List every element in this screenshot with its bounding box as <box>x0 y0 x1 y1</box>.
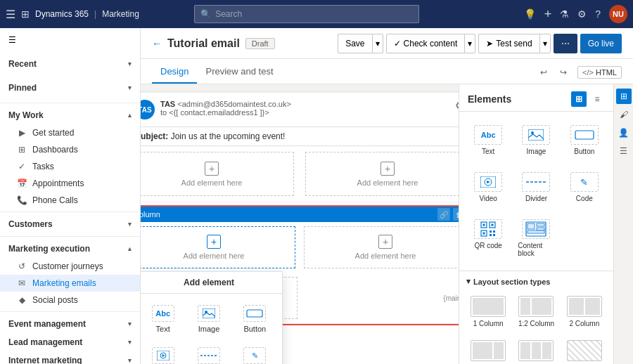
test-send-group: ➤ Test send ▾ <box>478 34 550 53</box>
waffle-icon[interactable]: ⊞ <box>21 8 30 20</box>
chevron-up-icon: ▴ <box>128 112 132 119</box>
filter-icon[interactable]: ⚗ <box>560 8 569 20</box>
lead-management-header[interactable]: Lead management ▾ <box>0 333 140 351</box>
subject-line: Subject: Join us at the upcoming event! <box>141 127 459 146</box>
delete-icon[interactable]: 🗑 <box>453 208 459 221</box>
pinned-header[interactable]: Pinned ▾ <box>0 79 140 97</box>
layout-3-column[interactable]: 3 Column <box>514 336 558 364</box>
layout-1-2-column[interactable]: 1:2 Column <box>514 292 558 332</box>
search-icon: 🔍 <box>200 9 211 19</box>
list-view-icon[interactable]: ≡ <box>589 91 605 107</box>
elements-panel-icon[interactable]: ⊞ <box>616 89 632 104</box>
save-button[interactable]: Save <box>338 34 371 53</box>
layout-grid: 1 Column 1:2 Column <box>466 292 606 364</box>
element-code[interactable]: ✎ Code <box>563 166 606 209</box>
layout-preview-2col <box>567 296 602 317</box>
element-content-block[interactable]: Content block <box>514 213 558 264</box>
save-chevron[interactable]: ▾ <box>372 34 383 53</box>
sidebar-item-get-started[interactable]: ▶ Get started <box>0 124 140 141</box>
settings-strip-icon[interactable]: ☰ <box>616 143 632 159</box>
html-button[interactable]: </> HTML <box>577 66 622 79</box>
style-icon[interactable]: 🖌 <box>616 107 632 122</box>
chevron-down-icon: ▾ <box>128 339 132 346</box>
internet-marketing-header[interactable]: Internet marketing ▾ <box>0 351 140 364</box>
layout-1-column[interactable]: 1 Column <box>466 292 510 332</box>
layout-2-1-column[interactable]: 2:1 Column <box>466 336 510 364</box>
test-send-chevron[interactable]: ▾ <box>539 34 551 53</box>
send-icon: ➤ <box>486 39 493 48</box>
column-header-actions: 🔗 🗑 <box>437 208 459 221</box>
recent-section: Recent ▾ <box>0 52 140 76</box>
popup-item-divider[interactable]: Divider <box>187 342 230 364</box>
button-icon <box>570 125 599 145</box>
check-content-chevron[interactable]: ▾ <box>464 34 475 53</box>
tab-design[interactable]: Design <box>152 60 197 84</box>
sidebar-item-tasks[interactable]: ✓ Tasks <box>0 158 140 175</box>
more-options-button[interactable]: ⋯ <box>554 34 577 53</box>
event-management-header[interactable]: Event management ▾ <box>0 315 140 333</box>
element-image[interactable]: Image <box>514 119 558 162</box>
popup-item-image[interactable]: Image <box>187 299 230 339</box>
check-content-button[interactable]: ✓ Check content <box>386 34 465 53</box>
my-work-header[interactable]: My Work ▴ <box>0 106 140 124</box>
chevron-down-icon: ▾ <box>128 357 132 364</box>
sidebar-item-dashboards[interactable]: ⊞ Dashboards <box>0 141 140 158</box>
marketing-execution-header[interactable]: Marketing execution ▴ <box>0 240 140 258</box>
tab-preview[interactable]: Preview and test <box>197 60 281 84</box>
check-icon: ✓ <box>17 162 27 171</box>
layout-section-title: ▾ Layout section types <box>466 277 606 286</box>
design-tabs: Design Preview and test ↩ ↪ </> HTML <box>141 59 633 84</box>
canvas-area: TAS TAS <admin@d365domaintest.co.uk> to … <box>141 84 459 364</box>
personalization-icon[interactable]: 👤 <box>616 125 632 141</box>
recent-header[interactable]: Recent ▾ <box>0 55 140 73</box>
app-name: Dynamics 365 <box>35 9 89 19</box>
redo-button[interactable]: ↪ <box>555 64 572 81</box>
search-bar[interactable]: 🔍 Search <box>194 5 419 23</box>
popup-item-button[interactable]: Button <box>234 299 276 339</box>
plus-icon[interactable]: + <box>544 7 552 22</box>
popup-item-text[interactable]: Abc Text <box>141 299 184 339</box>
layout-preview-custom <box>567 340 602 361</box>
element-video[interactable]: Video <box>466 166 510 209</box>
element-qr[interactable]: QR code <box>466 213 510 264</box>
hamburger-icon[interactable]: ☰ <box>6 8 15 21</box>
sidebar-item-appointments[interactable]: 📅 Appointments <box>0 175 140 192</box>
calendar-icon: 📅 <box>17 178 27 188</box>
chevron-down-icon: ▾ <box>128 221 132 228</box>
popup-item-code[interactable]: ✎ Code <box>234 342 276 364</box>
add-element-cell-col-left[interactable]: + Add element here <box>141 226 295 268</box>
sidebar-item-phone-calls[interactable]: 📞 Phone Calls <box>0 192 140 209</box>
test-send-button[interactable]: ➤ Test send <box>478 34 539 53</box>
customers-header[interactable]: Customers ▾ <box>0 215 140 233</box>
layout-2-column[interactable]: 2 Column <box>563 292 606 332</box>
sidebar-item-social-posts[interactable]: ◆ Social posts <box>0 292 140 308</box>
layout-preview-3col <box>518 340 554 361</box>
layout-custom[interactable]: Custom <box>563 336 606 364</box>
svg-rect-24 <box>575 131 594 139</box>
element-divider[interactable]: Divider <box>514 166 558 209</box>
popup-item-video[interactable]: Video <box>141 342 184 364</box>
go-live-button[interactable]: Go live <box>580 34 622 53</box>
link-icon[interactable]: 🔗 <box>437 208 450 221</box>
help-icon[interactable]: ? <box>595 8 601 20</box>
divider-element-icon <box>198 347 220 364</box>
sidebar-hamburger[interactable]: ☰ <box>0 28 140 52</box>
email-header: ← Tutorial email Draft Save ▾ ✓ Check co… <box>141 28 633 59</box>
lightbulb-icon[interactable]: 💡 <box>524 8 536 20</box>
grid-view-icon[interactable]: ⊞ <box>571 91 587 107</box>
svg-rect-34 <box>483 233 485 235</box>
undo-button[interactable]: ↩ <box>535 64 552 81</box>
app-module: Marketing <box>102 9 139 19</box>
svg-marker-27 <box>487 181 490 183</box>
settings-icon[interactable]: ⚙ <box>577 8 587 20</box>
avatar[interactable]: NU <box>609 5 627 23</box>
add-element-cell-col-right[interactable]: + Add element here <box>304 226 459 268</box>
add-element-cell-top-right[interactable]: + Add element here <box>305 152 459 196</box>
sidebar-item-customer-journeys[interactable]: ↺ Customer journeys <box>0 258 140 275</box>
add-element-popup: Add element Abc Text <box>141 271 283 364</box>
back-button[interactable]: ← <box>152 38 162 49</box>
sidebar-item-marketing-emails[interactable]: ✉ Marketing emails <box>0 275 140 292</box>
element-button[interactable]: Button <box>563 119 606 162</box>
element-text[interactable]: Abc Text <box>466 119 510 162</box>
add-element-cell-top-left[interactable]: + Add element here <box>141 152 294 196</box>
